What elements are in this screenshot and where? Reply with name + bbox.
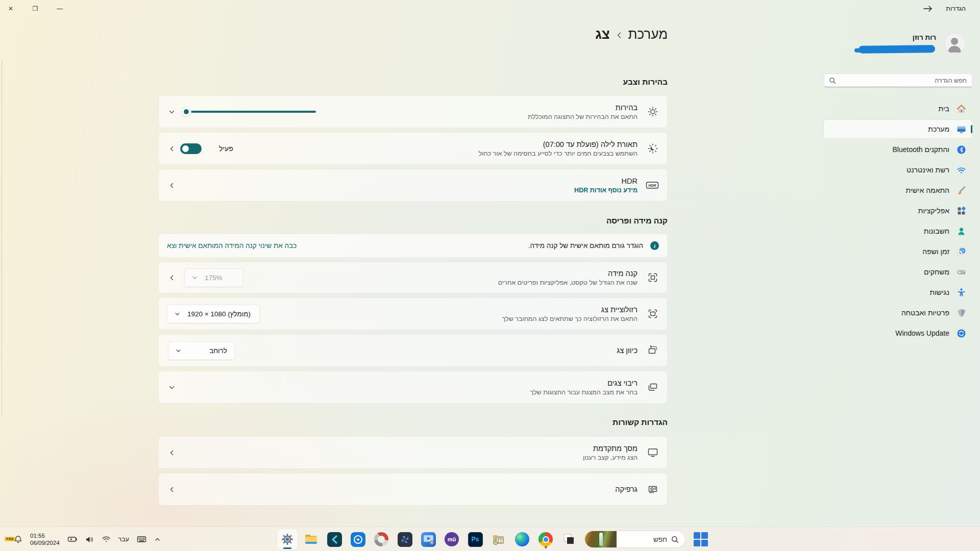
taskbar-color-tool-app[interactable]	[559, 529, 579, 549]
sidebar-item-bluetooth-devices[interactable]: Bluetooth והתקנים	[824, 140, 972, 159]
settings-search[interactable]	[824, 73, 972, 87]
svg-text:HDR: HDR	[648, 184, 656, 187]
taskbar-file-explorer-app[interactable]	[301, 529, 321, 549]
sidebar-item-home[interactable]: בית	[824, 99, 972, 118]
restore-icon[interactable]: ❐	[29, 3, 42, 14]
chevron-left-icon[interactable]	[167, 273, 176, 282]
section-brightness-color: בהירות וצבע	[623, 78, 668, 87]
personalization-icon	[957, 186, 966, 195]
slider-thumb[interactable]	[181, 107, 191, 117]
sidebar-item-accessibility[interactable]: נגישות	[824, 283, 972, 302]
sidebar-item-privacy[interactable]: פרטיות ואבטחה	[824, 304, 972, 322]
chevron-left-icon[interactable]	[167, 181, 176, 190]
orientation-dropdown[interactable]: לרוחב	[168, 341, 235, 360]
taskbar-video-editor-app[interactable]	[324, 529, 345, 549]
graphics-title: גרפיקה	[615, 485, 638, 493]
sidebar-item-network[interactable]: רשת ואינטרנט	[824, 161, 972, 179]
sidebar-item-system[interactable]: מערכת	[824, 120, 972, 138]
sidebar-item-time-language[interactable]: זמן ושפה	[824, 242, 972, 261]
hidden-icons-chevron-icon[interactable]	[154, 536, 161, 543]
network-icon	[957, 165, 966, 175]
advanced-display-icon	[647, 446, 659, 459]
chevron-down-icon[interactable]	[167, 107, 176, 116]
sidebar-nav: בית מערכת Bluetooth והתקנים רשת ואינטרנט…	[824, 99, 972, 344]
info-icon: i	[650, 241, 659, 250]
search-daily-image[interactable]	[585, 531, 617, 548]
advanced-display-card[interactable]: מסך מתקדמת הצג מידע, קצב רענון	[158, 436, 668, 469]
hdr-learn-more-link[interactable]: מידע נוסף אודות HDR	[574, 187, 638, 194]
date: 06/09/2024	[30, 539, 60, 546]
selected-accent-bar	[971, 125, 972, 133]
taskbar-search-label: חפש	[653, 536, 667, 543]
battery-icon[interactable]	[67, 536, 78, 543]
clock[interactable]: 01:55 06/09/2024	[30, 532, 60, 547]
slider-track	[186, 111, 316, 113]
chevron-left-icon[interactable]	[167, 448, 176, 457]
taskbar-ring-utility-app[interactable]	[371, 529, 391, 549]
wifi-icon[interactable]	[102, 536, 111, 543]
sidebar-item-apps[interactable]: אפליקציות	[824, 202, 972, 220]
resolution-subtitle: התאם את הרזולוציה כך שתתאים לצג המחובר ש…	[502, 315, 638, 322]
page-title: צג	[595, 27, 609, 42]
breadcrumb-parent[interactable]: מערכת	[628, 27, 668, 42]
close-icon[interactable]: ✕	[4, 3, 17, 14]
system-tray: PRE 01:55 06/09/2024 עבר	[6, 527, 161, 551]
section-scale-layout: קנה מידה ופריסה	[606, 216, 668, 226]
brightness-slider[interactable]	[181, 106, 316, 117]
scale-dropdown[interactable]: 175%	[184, 268, 243, 287]
sidebar-item-label: אפליקציות	[918, 207, 949, 215]
orientation-title: כיוון צג	[617, 346, 638, 355]
taskbar-media-player-app[interactable]	[418, 529, 438, 549]
time: 01:55	[30, 532, 60, 539]
taskbar-pinwheel-app[interactable]	[395, 529, 415, 549]
touch-keyboard-icon[interactable]	[137, 536, 146, 543]
avatar[interactable]	[944, 33, 966, 54]
taskbar-finance-app[interactable]	[488, 529, 509, 549]
toggle-state-label: פעיל	[219, 144, 233, 153]
app-title: הגדרות	[946, 5, 966, 12]
search-icon	[671, 536, 679, 543]
taskbar-chrome-app[interactable]	[535, 529, 556, 549]
brightness-title: בהירות	[528, 104, 638, 112]
scale-card: קנה מידה שנה את הגודל של טקסט, אפליקציות…	[158, 262, 668, 293]
start-button[interactable]	[691, 529, 711, 549]
input-language-indicator[interactable]: עבר	[118, 536, 129, 543]
taskbar-screen-recorder-app[interactable]	[348, 529, 368, 549]
user-name: רות רוזן	[913, 34, 936, 41]
taskbar-edge-app[interactable]	[512, 529, 532, 549]
brightness-card: בהירות התאם את הבהירות של התצוגה המוכללת	[158, 95, 668, 128]
taskbar-photoshop-app[interactable]: Ps	[465, 529, 485, 549]
sidebar-item-label: נגישות	[929, 288, 949, 296]
brightness-subtitle: התאם את הבהירות של התצוגה המוכללת	[528, 113, 638, 120]
taskbar-search[interactable]: חפש	[584, 531, 685, 548]
chevron-left-icon[interactable]	[167, 485, 176, 494]
toggle-knob	[182, 145, 189, 152]
hdr-icon: HDR	[647, 179, 659, 191]
time-language-icon	[957, 247, 966, 257]
section-related-settings: הגדרות קשורות	[612, 418, 668, 427]
night-light-toggle[interactable]	[180, 143, 202, 154]
bluetooth-icon	[957, 145, 966, 155]
taskbar-settings-app[interactable]	[277, 529, 298, 549]
minimize-icon[interactable]: —	[53, 3, 66, 14]
sidebar-item-label: משחקים	[924, 268, 949, 276]
copilot-pre-badge: PRE	[5, 537, 15, 541]
settings-window: { "titlebar": { "app_title": "הגדרות", "…	[0, 0, 980, 551]
chevron-left-icon[interactable]	[167, 144, 176, 153]
sidebar-item-personalization[interactable]: התאמה אישית	[824, 181, 972, 199]
volume-icon[interactable]	[85, 536, 94, 543]
graphics-card[interactable]: גרפיקה	[158, 473, 668, 506]
sidebar-item-accounts[interactable]: חשבונות	[824, 222, 972, 240]
taskbar-musescore-app[interactable]: mû	[442, 529, 462, 549]
back-icon[interactable]	[923, 5, 933, 12]
system-icon	[957, 124, 966, 134]
search-input[interactable]	[824, 74, 972, 87]
search-icon	[829, 77, 836, 84]
night-light-subtitle: השתמש בצבעים חמים יותר כדי לסייע בחסימה …	[478, 150, 638, 157]
sidebar-item-windows-update[interactable]: Windows Update	[824, 324, 972, 342]
disable-custom-scale-link[interactable]: כבה את שינוי קנה המידה המותאם אישית וצא	[167, 242, 297, 249]
resolution-dropdown[interactable]: 980 × 551 (מומלץ)	[167, 305, 260, 323]
chevron-down-icon[interactable]	[167, 383, 176, 392]
scrollbar-track[interactable]	[2, 60, 2, 416]
sidebar-item-gaming[interactable]: משחקים	[824, 263, 972, 281]
